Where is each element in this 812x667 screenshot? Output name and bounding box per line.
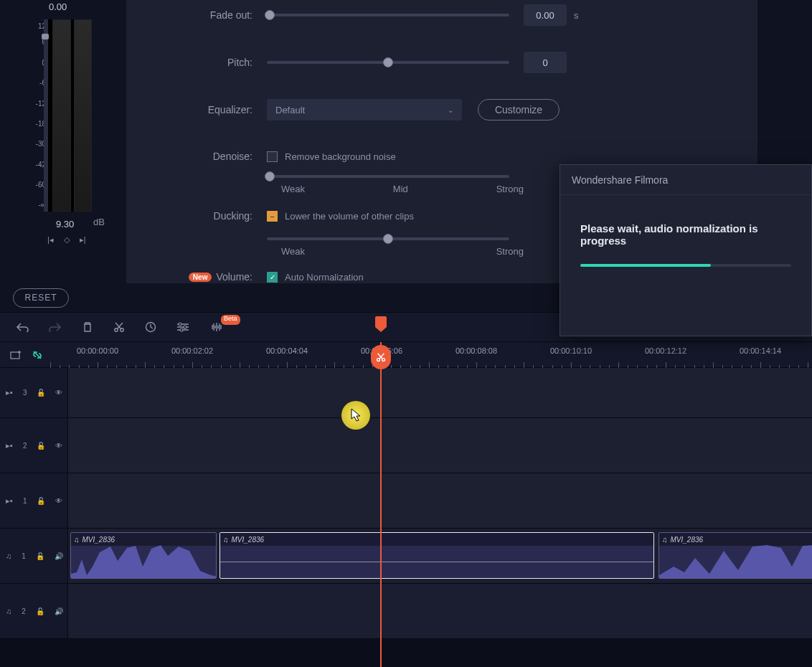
- dialog-message: Please wait, audio normalization is prog…: [560, 195, 811, 247]
- eq-dropdown[interactable]: Default ⌄: [267, 99, 462, 120]
- pitch-label: Pitch:: [139, 57, 267, 68]
- lock-icon[interactable]: 🔓: [36, 552, 44, 560]
- reset-button[interactable]: RESET: [13, 288, 69, 308]
- meter-unit: dB: [93, 217, 105, 227]
- audio-track-2[interactable]: ♫ 2 🔓 🔊: [0, 584, 812, 639]
- denoise-checkbox[interactable]: [267, 151, 278, 162]
- speaker-icon[interactable]: 🔊: [55, 607, 63, 615]
- meter-time: 0.00: [49, 1, 67, 12]
- meter-scale: 12 6 0 -6 -12 -18 -30 -42 -60 -∞: [26, 19, 46, 212]
- music-icon: ♫: [662, 536, 668, 544]
- video-track-3[interactable]: ▸▪ 3 🔓 👁: [0, 368, 812, 418]
- progress-bar: [580, 264, 791, 267]
- music-icon: ♫: [74, 536, 80, 544]
- lock-icon[interactable]: 🔓: [37, 389, 45, 397]
- split-icon[interactable]: [113, 321, 125, 333]
- progress-dialog: Wondershare Filmora Please wait, audio n…: [560, 164, 812, 336]
- video-track-1[interactable]: ▸▪ 1 🔓 👁: [0, 473, 812, 529]
- next-keyframe-icon[interactable]: ▸|: [80, 235, 86, 245]
- dialog-title: Wondershare Filmora: [560, 165, 811, 195]
- eye-icon[interactable]: 👁: [55, 497, 62, 505]
- video-track-2[interactable]: ▸▪ 2 🔓 👁: [0, 418, 812, 473]
- audio-clip[interactable]: ♫MVI_2836: [658, 532, 812, 579]
- cut-handle-icon[interactable]: [371, 345, 391, 369]
- svg-rect-6: [11, 352, 19, 359]
- meter-gain-knob[interactable]: [42, 34, 49, 39]
- audio-level-meter: 0.00 12 6 0 -6 -12 -18 -30 -42 -60 -∞ 9.…: [0, 0, 126, 283]
- music-icon: ♫: [6, 607, 11, 615]
- audio-clip[interactable]: ♫MVI_2836: [219, 532, 654, 579]
- auto-norm-label: Auto Normalization: [285, 272, 364, 283]
- playhead[interactable]: [380, 342, 382, 667]
- svg-point-5: [180, 328, 183, 331]
- lock-icon[interactable]: 🔓: [37, 442, 45, 450]
- playhead-handle[interactable]: [375, 316, 387, 327]
- music-icon: ♫: [223, 536, 229, 544]
- auto-norm-checkbox[interactable]: ✓: [267, 272, 278, 283]
- prev-keyframe-icon[interactable]: |◂: [47, 235, 54, 245]
- eye-icon[interactable]: 👁: [55, 389, 62, 397]
- denoise-check-label: Remove background noise: [285, 151, 396, 162]
- customize-button[interactable]: Customize: [478, 99, 560, 120]
- pitch-slider[interactable]: [267, 61, 509, 64]
- fade-out-label: Fade out:: [139, 9, 267, 21]
- new-badge: New: [189, 273, 212, 282]
- audio-sync-icon[interactable]: Beta: [209, 322, 243, 332]
- adjust-icon[interactable]: [176, 322, 189, 332]
- music-icon: ♫: [6, 552, 11, 560]
- ducking-slider[interactable]: [267, 237, 509, 240]
- undo-icon[interactable]: [16, 322, 29, 332]
- cursor-highlight: [341, 401, 370, 430]
- timeline-tracks: ▸▪ 3 🔓 👁 ▸▪ 2 🔓 👁 ▸▪ 1 🔓 👁 ♫ 1 🔓 🔊: [0, 368, 812, 667]
- chevron-down-icon: ⌄: [448, 106, 453, 114]
- link-icon[interactable]: [32, 349, 43, 361]
- eye-icon[interactable]: 👁: [55, 442, 62, 450]
- ducking-checkbox[interactable]: –: [267, 211, 278, 222]
- svg-point-3: [179, 323, 181, 326]
- lock-icon[interactable]: 🔓: [37, 497, 45, 505]
- pitch-input[interactable]: [524, 52, 567, 73]
- cursor-icon: [350, 408, 362, 422]
- denoise-slider[interactable]: [267, 175, 509, 178]
- denoise-label: Denoise:: [139, 151, 267, 162]
- speed-icon[interactable]: [145, 321, 156, 333]
- ducking-label: Ducking:: [139, 210, 267, 222]
- add-keyframe-icon[interactable]: ◇: [64, 235, 70, 245]
- video-icon: ▸▪: [6, 441, 13, 450]
- video-icon: ▸▪: [6, 388, 13, 397]
- fade-out-input[interactable]: [524, 4, 567, 26]
- lock-icon[interactable]: 🔓: [36, 607, 44, 615]
- add-marker-icon[interactable]: [10, 350, 22, 360]
- fade-out-slider[interactable]: [267, 14, 509, 16]
- timeline-ruler[interactable]: 00:00:00:0000:00:02:0200:00:04:0400:00:0…: [52, 342, 812, 368]
- delete-icon[interactable]: [82, 321, 93, 333]
- video-icon: ▸▪: [6, 496, 13, 506]
- speaker-icon[interactable]: 🔊: [55, 552, 63, 560]
- beta-badge: Beta: [221, 315, 240, 325]
- eq-label: Equalizer:: [139, 104, 267, 115]
- progress-fill: [580, 264, 711, 267]
- redo-icon[interactable]: [49, 322, 62, 332]
- svg-point-4: [184, 326, 187, 328]
- volume-label: Volume:: [216, 271, 252, 283]
- audio-track-1[interactable]: ♫ 1 🔓 🔊 ♫MVI_2836 ♫MVI_2836 ♫MVI_2836: [0, 529, 812, 584]
- audio-clip[interactable]: ♫MVI_2836: [70, 532, 217, 579]
- meter-value: 9.30: [56, 219, 74, 230]
- ducking-check-label: Lower the volume of other clips: [285, 211, 414, 222]
